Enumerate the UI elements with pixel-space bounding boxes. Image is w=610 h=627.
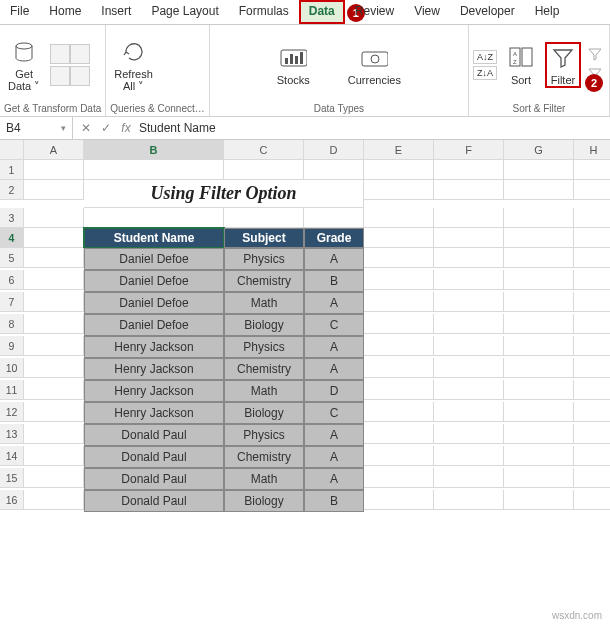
cell-E13[interactable] <box>364 424 434 444</box>
col-header-F[interactable]: F <box>434 140 504 160</box>
cell-A13[interactable] <box>24 424 84 444</box>
cell-F14[interactable] <box>434 446 504 466</box>
cell-E14[interactable] <box>364 446 434 466</box>
cell-E15[interactable] <box>364 468 434 488</box>
table-cell[interactable]: B <box>304 490 364 512</box>
cell-H3[interactable] <box>574 208 610 228</box>
menu-page-layout[interactable]: Page Layout <box>141 0 228 24</box>
cell-F11[interactable] <box>434 380 504 400</box>
cell-H4[interactable] <box>574 228 610 248</box>
cell-E16[interactable] <box>364 490 434 510</box>
cell-A8[interactable] <box>24 314 84 334</box>
cell-E7[interactable] <box>364 292 434 312</box>
cell-E9[interactable] <box>364 336 434 356</box>
cell-G8[interactable] <box>504 314 574 334</box>
row-header-6[interactable]: 6 <box>0 270 24 290</box>
menu-file[interactable]: File <box>0 0 39 24</box>
cell-G9[interactable] <box>504 336 574 356</box>
cell-E1[interactable] <box>364 160 434 180</box>
col-header-D[interactable]: D <box>304 140 364 160</box>
table-cell[interactable]: Chemistry <box>224 446 304 468</box>
cell-G1[interactable] <box>504 160 574 180</box>
cell-F7[interactable] <box>434 292 504 312</box>
table-cell[interactable]: Daniel Defoe <box>84 314 224 336</box>
cell-G2[interactable] <box>504 180 574 200</box>
col-header-A[interactable]: A <box>24 140 84 160</box>
cell-F1[interactable] <box>434 160 504 180</box>
cell-A2[interactable] <box>24 180 84 200</box>
sort-desc-button[interactable]: Z↓A <box>473 66 497 80</box>
cell-E11[interactable] <box>364 380 434 400</box>
row-header-3[interactable]: 3 <box>0 208 24 228</box>
table-cell[interactable]: Henry Jackson <box>84 380 224 402</box>
table-cell[interactable]: Chemistry <box>224 270 304 292</box>
cell-E2[interactable] <box>364 180 434 200</box>
col-header-B[interactable]: B <box>84 140 224 160</box>
cell-G5[interactable] <box>504 248 574 268</box>
stocks-button[interactable]: Stocks <box>273 42 314 88</box>
table-cell[interactable]: Henry Jackson <box>84 358 224 380</box>
cell-A10[interactable] <box>24 358 84 378</box>
cell-H2[interactable] <box>574 180 610 200</box>
row-header-4[interactable]: 4 <box>0 228 24 248</box>
table-cell[interactable]: Henry Jackson <box>84 336 224 358</box>
cancel-icon[interactable]: ✕ <box>79 121 93 135</box>
spreadsheet-grid[interactable]: ABCDEFGH12Using Filter Option34Student N… <box>0 140 610 512</box>
cell-H8[interactable] <box>574 314 610 334</box>
select-all-corner[interactable] <box>0 140 24 160</box>
table-cell[interactable]: Donald Paul <box>84 468 224 490</box>
cell-F16[interactable] <box>434 490 504 510</box>
cell-G6[interactable] <box>504 270 574 290</box>
cell-A16[interactable] <box>24 490 84 510</box>
cell-G12[interactable] <box>504 402 574 422</box>
table-cell[interactable]: Physics <box>224 424 304 446</box>
menu-data[interactable]: Data 1 <box>299 0 345 24</box>
cell-H14[interactable] <box>574 446 610 466</box>
table-cell[interactable]: Math <box>224 468 304 490</box>
table-cell[interactable]: A <box>304 358 364 380</box>
cell-G7[interactable] <box>504 292 574 312</box>
table-cell[interactable]: Math <box>224 380 304 402</box>
cell-E10[interactable] <box>364 358 434 378</box>
cell-E5[interactable] <box>364 248 434 268</box>
row-header-9[interactable]: 9 <box>0 336 24 356</box>
cell-H11[interactable] <box>574 380 610 400</box>
table-cell[interactable]: A <box>304 336 364 358</box>
cell-H10[interactable] <box>574 358 610 378</box>
table-header-0[interactable]: Student Name <box>84 228 224 248</box>
table-cell[interactable]: Chemistry <box>224 358 304 380</box>
table-cell[interactable]: Henry Jackson <box>84 402 224 424</box>
cell-A11[interactable] <box>24 380 84 400</box>
cell-A9[interactable] <box>24 336 84 356</box>
cell-A7[interactable] <box>24 292 84 312</box>
get-data-button[interactable]: Get Data ˅ <box>4 36 44 94</box>
cell-G16[interactable] <box>504 490 574 510</box>
cell-G14[interactable] <box>504 446 574 466</box>
table-cell[interactable]: Physics <box>224 248 304 270</box>
cell-F13[interactable] <box>434 424 504 444</box>
col-header-H[interactable]: H <box>574 140 610 160</box>
cell-A5[interactable] <box>24 248 84 268</box>
enter-icon[interactable]: ✓ <box>99 121 113 135</box>
refresh-all-button[interactable]: Refresh All ˅ <box>110 36 157 94</box>
cell-F3[interactable] <box>434 208 504 228</box>
table-cell[interactable]: Physics <box>224 336 304 358</box>
sort-button[interactable]: AZ Sort <box>503 42 539 88</box>
table-cell[interactable]: Biology <box>224 490 304 512</box>
table-cell[interactable]: Donald Paul <box>84 490 224 512</box>
menu-home[interactable]: Home <box>39 0 91 24</box>
cell-C1[interactable] <box>224 160 304 180</box>
menu-view[interactable]: View <box>404 0 450 24</box>
col-header-C[interactable]: C <box>224 140 304 160</box>
cell-A12[interactable] <box>24 402 84 422</box>
table-cell[interactable]: B <box>304 270 364 292</box>
cell-F6[interactable] <box>434 270 504 290</box>
table-cell[interactable]: A <box>304 248 364 270</box>
row-header-10[interactable]: 10 <box>0 358 24 378</box>
cell-H6[interactable] <box>574 270 610 290</box>
col-header-E[interactable]: E <box>364 140 434 160</box>
cell-B3[interactable] <box>84 208 224 228</box>
filter-button[interactable]: Filter 2 <box>545 42 581 88</box>
formula-content[interactable]: Student Name <box>139 121 216 135</box>
menu-insert[interactable]: Insert <box>91 0 141 24</box>
